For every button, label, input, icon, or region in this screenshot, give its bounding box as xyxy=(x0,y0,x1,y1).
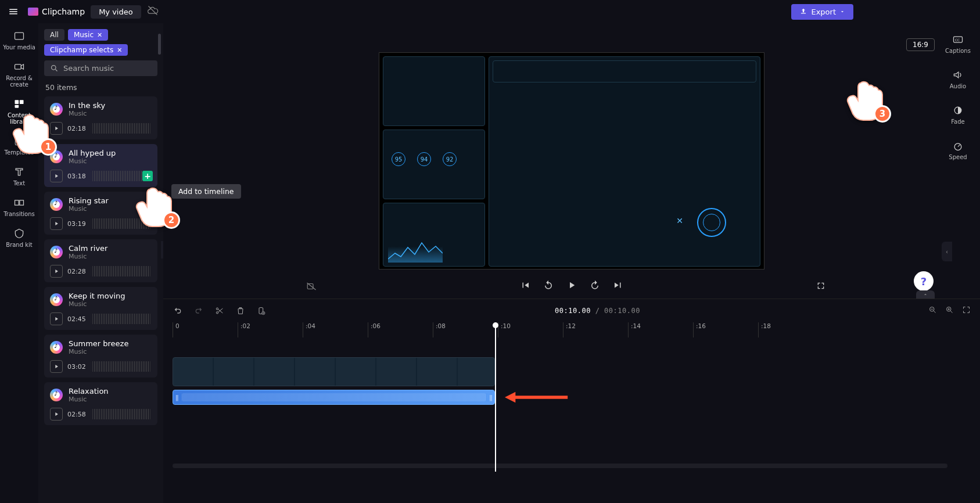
track-duration: 03:19 xyxy=(67,220,86,228)
add-to-timeline-button[interactable]: + xyxy=(142,171,153,181)
svg-rect-6 xyxy=(15,105,19,108)
chip-all[interactable]: All xyxy=(44,29,64,41)
nav-your-media[interactable]: Your media xyxy=(3,30,35,51)
forward-button[interactable] xyxy=(590,280,600,290)
hide-preview-button[interactable] xyxy=(306,281,317,294)
play-button[interactable] xyxy=(566,280,577,290)
track-item[interactable]: All hyped up Music 03:18 + xyxy=(44,144,157,187)
sync-off-icon[interactable] xyxy=(147,5,159,19)
timeline-ruler[interactable]: 0:02:04:06:08:10:12:14:16:18 xyxy=(163,322,980,337)
track-item[interactable]: In the sky Music 02:18 xyxy=(44,96,157,139)
ruler-tick: :10 xyxy=(498,322,563,337)
speed-button[interactable]: Speed xyxy=(949,140,967,160)
ruler-tick: :14 xyxy=(628,322,693,337)
zoom-in-button[interactable] xyxy=(945,306,954,317)
captions-button[interactable]: CC Captions xyxy=(945,34,971,54)
track-item[interactable]: Calm river Music 02:28 xyxy=(44,239,157,282)
svg-rect-9 xyxy=(20,200,24,205)
right-rail: CC Captions Audio Fade Speed xyxy=(943,34,973,160)
track-title: Calm river xyxy=(69,244,107,253)
scrollbar-vertical[interactable] xyxy=(158,34,161,55)
track-item[interactable]: Rising star Music 03:19 xyxy=(44,192,157,235)
paste-button[interactable] xyxy=(256,306,267,316)
track-item[interactable]: Keep it moving Music 02:45 xyxy=(44,287,157,330)
preview-play-button[interactable] xyxy=(50,170,63,182)
audio-waveform xyxy=(182,393,486,401)
preview-play-button[interactable] xyxy=(50,360,63,373)
undo-button[interactable] xyxy=(173,306,183,316)
nav-brand-kit[interactable]: Brand kit xyxy=(6,228,32,248)
album-icon xyxy=(50,293,63,306)
aspect-ratio-button[interactable]: 16:9 xyxy=(906,38,935,51)
track-title: Relaxation xyxy=(69,387,109,396)
audio-button[interactable]: Audio xyxy=(950,69,966,89)
nav-templates[interactable]: Templates xyxy=(5,135,34,156)
properties-drawer-toggle[interactable]: ‹ xyxy=(942,242,952,261)
project-name[interactable]: My video xyxy=(91,5,141,19)
hud-panel xyxy=(383,56,485,126)
nav-label: Brand kit xyxy=(6,242,32,248)
search-icon xyxy=(50,64,59,73)
rewind-button[interactable] xyxy=(543,280,554,290)
track-list[interactable]: In the sky Music 02:18 All hyped up Musi… xyxy=(44,96,157,425)
nav-text[interactable]: Text xyxy=(13,166,25,186)
svg-rect-1 xyxy=(801,13,806,13)
clip-handle-right[interactable]: || xyxy=(489,394,492,401)
ruler-tick: 0 xyxy=(173,322,238,337)
track-subtitle: Music xyxy=(69,300,125,308)
waveform-preview xyxy=(91,266,152,276)
export-button[interactable]: Export xyxy=(791,4,853,20)
zoom-out-button[interactable] xyxy=(928,306,937,317)
search-input[interactable]: Search music xyxy=(44,60,157,76)
nav-record-create[interactable]: Record & create xyxy=(0,61,38,88)
nav-label: Transitions xyxy=(3,211,35,217)
svg-line-25 xyxy=(934,311,935,312)
chip-clipchamp-selects[interactable]: Clipchamp selects ✕ xyxy=(44,44,128,56)
svg-text:CC: CC xyxy=(955,38,960,42)
scrollbar-horizontal[interactable] xyxy=(173,464,947,468)
playhead[interactable] xyxy=(495,322,496,472)
album-icon xyxy=(50,198,63,211)
preview-play-button[interactable] xyxy=(50,122,63,135)
preview-play-button[interactable] xyxy=(50,312,63,325)
track-item[interactable]: Relaxation Music 02:58 xyxy=(44,382,157,425)
fit-button[interactable] xyxy=(962,306,971,317)
chip-label: Music xyxy=(74,31,94,39)
svg-rect-3 xyxy=(15,64,21,69)
svg-line-11 xyxy=(55,69,57,71)
drawer-chevron[interactable] xyxy=(916,290,935,299)
fade-button[interactable]: Fade xyxy=(951,105,964,125)
skip-start-button[interactable] xyxy=(520,280,530,290)
rr-label: Fade xyxy=(951,118,964,125)
top-bar: Clipchamp My video Export xyxy=(0,0,980,23)
close-icon[interactable]: ✕ xyxy=(117,46,122,54)
close-icon[interactable]: ✕ xyxy=(97,31,102,39)
menu-button[interactable] xyxy=(5,3,22,20)
preview-play-button[interactable] xyxy=(50,408,63,421)
clip-handle-left[interactable]: || xyxy=(175,394,178,401)
delete-button[interactable] xyxy=(235,306,246,316)
nav-rail: Your media Record & create Content libra… xyxy=(0,23,38,503)
nav-content-library[interactable]: Content library xyxy=(0,98,38,125)
split-button[interactable] xyxy=(214,306,225,316)
preview-play-button[interactable] xyxy=(50,217,63,230)
skip-end-button[interactable] xyxy=(613,280,623,290)
hud-panel xyxy=(383,203,485,267)
track-item[interactable]: Summer breeze Music 03:02 xyxy=(44,335,157,378)
ruler-tick: :16 xyxy=(693,322,758,337)
logo-icon xyxy=(28,8,38,16)
audio-clip[interactable]: || || xyxy=(173,390,495,405)
waveform-preview xyxy=(91,314,152,324)
redo-button[interactable] xyxy=(193,306,204,316)
nav-transitions[interactable]: Transitions xyxy=(3,197,35,217)
track-duration: 02:45 xyxy=(67,315,86,323)
ruler-tick: :04 xyxy=(303,322,368,337)
fullscreen-button[interactable] xyxy=(816,281,825,293)
chip-music[interactable]: Music ✕ xyxy=(68,29,108,41)
help-button[interactable]: ? xyxy=(914,271,934,291)
waveform-preview xyxy=(91,123,152,134)
export-label: Export xyxy=(811,8,836,16)
video-clip[interactable] xyxy=(173,357,495,386)
video-preview[interactable]: ✕ 95 94 92 xyxy=(379,52,764,270)
preview-play-button[interactable] xyxy=(50,265,63,278)
